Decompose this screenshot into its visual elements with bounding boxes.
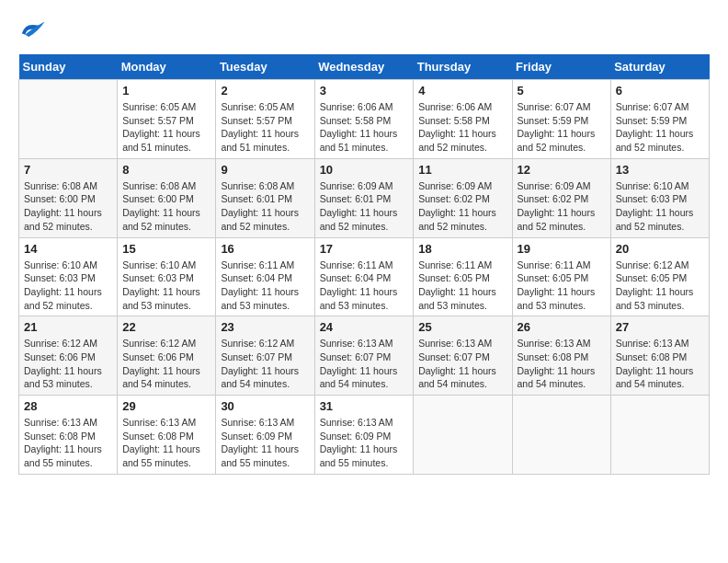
calendar-day-cell: 12Sunrise: 6:09 AMSunset: 6:02 PMDayligh… <box>512 158 610 237</box>
day-number: 9 <box>221 163 309 177</box>
day-info: Sunrise: 6:06 AMSunset: 5:58 PMDaylight:… <box>320 100 409 155</box>
day-number: 17 <box>320 242 409 256</box>
calendar-day-cell <box>414 396 512 475</box>
day-info: Sunrise: 6:13 AMSunset: 6:09 PMDaylight:… <box>320 416 409 470</box>
calendar-day-cell: 17Sunrise: 6:11 AMSunset: 6:04 PMDayligh… <box>314 237 414 316</box>
calendar-day-cell <box>19 80 118 159</box>
calendar-day-cell: 20Sunrise: 6:12 AMSunset: 6:05 PMDayligh… <box>610 237 709 316</box>
day-number: 11 <box>418 163 506 177</box>
calendar-day-cell: 18Sunrise: 6:11 AMSunset: 6:05 PMDayligh… <box>414 237 512 316</box>
day-info: Sunrise: 6:05 AMSunset: 5:57 PMDaylight:… <box>221 100 309 155</box>
calendar-day-cell: 24Sunrise: 6:13 AMSunset: 6:07 PMDayligh… <box>314 316 414 396</box>
day-info: Sunrise: 6:05 AMSunset: 5:57 PMDaylight:… <box>122 100 210 155</box>
calendar-header: SundayMondayTuesdayWednesdayThursdayFrid… <box>19 54 710 80</box>
day-number: 28 <box>24 399 112 413</box>
calendar-day-cell: 16Sunrise: 6:11 AMSunset: 6:04 PMDayligh… <box>216 237 314 316</box>
day-number: 1 <box>122 84 210 98</box>
day-number: 23 <box>221 320 309 334</box>
day-info: Sunrise: 6:12 AMSunset: 6:06 PMDaylight:… <box>24 337 112 391</box>
calendar-day-cell: 27Sunrise: 6:13 AMSunset: 6:08 PMDayligh… <box>610 316 709 396</box>
day-info: Sunrise: 6:07 AMSunset: 5:59 PMDaylight:… <box>518 100 606 155</box>
day-info: Sunrise: 6:11 AMSunset: 6:05 PMDaylight:… <box>518 259 606 313</box>
day-info: Sunrise: 6:09 AMSunset: 6:02 PMDaylight:… <box>418 179 506 234</box>
weekday-header: Friday <box>512 54 610 80</box>
calendar-day-cell: 14Sunrise: 6:10 AMSunset: 6:03 PMDayligh… <box>19 237 118 316</box>
day-number: 5 <box>518 84 606 98</box>
weekday-header: Thursday <box>414 54 512 80</box>
page-header <box>18 18 710 45</box>
calendar-day-cell: 21Sunrise: 6:12 AMSunset: 6:06 PMDayligh… <box>19 316 118 396</box>
day-info: Sunrise: 6:12 AMSunset: 6:05 PMDaylight:… <box>616 259 704 313</box>
day-number: 4 <box>418 84 506 98</box>
calendar-day-cell: 19Sunrise: 6:11 AMSunset: 6:05 PMDayligh… <box>512 237 610 316</box>
day-info: Sunrise: 6:08 AMSunset: 6:00 PMDaylight:… <box>122 179 210 234</box>
calendar-day-cell: 22Sunrise: 6:12 AMSunset: 6:06 PMDayligh… <box>118 316 216 396</box>
calendar-day-cell: 7Sunrise: 6:08 AMSunset: 6:00 PMDaylight… <box>19 158 118 237</box>
calendar-week-row: 1Sunrise: 6:05 AMSunset: 5:57 PMDaylight… <box>19 80 710 159</box>
day-info: Sunrise: 6:11 AMSunset: 6:05 PMDaylight:… <box>418 259 506 313</box>
calendar-day-cell: 23Sunrise: 6:12 AMSunset: 6:07 PMDayligh… <box>216 316 314 396</box>
day-info: Sunrise: 6:13 AMSunset: 6:08 PMDaylight:… <box>518 337 606 391</box>
calendar-table: SundayMondayTuesdayWednesdayThursdayFrid… <box>18 54 710 475</box>
day-number: 7 <box>24 163 112 177</box>
day-info: Sunrise: 6:10 AMSunset: 6:03 PMDaylight:… <box>24 259 112 313</box>
calendar-day-cell: 6Sunrise: 6:07 AMSunset: 5:59 PMDaylight… <box>610 80 709 159</box>
day-info: Sunrise: 6:12 AMSunset: 6:07 PMDaylight:… <box>221 337 309 391</box>
calendar-day-cell: 5Sunrise: 6:07 AMSunset: 5:59 PMDaylight… <box>512 80 610 159</box>
day-info: Sunrise: 6:13 AMSunset: 6:08 PMDaylight:… <box>24 416 112 470</box>
calendar-day-cell <box>512 396 610 475</box>
calendar-week-row: 21Sunrise: 6:12 AMSunset: 6:06 PMDayligh… <box>19 316 710 396</box>
day-info: Sunrise: 6:08 AMSunset: 6:01 PMDaylight:… <box>221 179 309 234</box>
weekday-header: Tuesday <box>216 54 314 80</box>
weekday-header: Saturday <box>610 54 709 80</box>
day-info: Sunrise: 6:12 AMSunset: 6:06 PMDaylight:… <box>122 337 210 391</box>
day-info: Sunrise: 6:06 AMSunset: 5:58 PMDaylight:… <box>418 100 506 155</box>
day-info: Sunrise: 6:08 AMSunset: 6:00 PMDaylight:… <box>24 179 112 234</box>
day-info: Sunrise: 6:10 AMSunset: 6:03 PMDaylight:… <box>122 259 210 313</box>
day-info: Sunrise: 6:13 AMSunset: 6:08 PMDaylight:… <box>122 416 210 470</box>
calendar-day-cell: 13Sunrise: 6:10 AMSunset: 6:03 PMDayligh… <box>610 158 709 237</box>
calendar-day-cell: 2Sunrise: 6:05 AMSunset: 5:57 PMDaylight… <box>216 80 314 159</box>
calendar-week-row: 14Sunrise: 6:10 AMSunset: 6:03 PMDayligh… <box>19 237 710 316</box>
day-number: 29 <box>122 399 210 413</box>
day-number: 16 <box>221 242 309 256</box>
day-number: 31 <box>320 399 409 413</box>
day-number: 12 <box>518 163 606 177</box>
day-number: 6 <box>616 84 704 98</box>
calendar-day-cell: 10Sunrise: 6:09 AMSunset: 6:01 PMDayligh… <box>314 158 414 237</box>
day-number: 21 <box>24 320 112 334</box>
day-number: 22 <box>122 320 210 334</box>
day-number: 15 <box>122 242 210 256</box>
day-number: 3 <box>320 84 409 98</box>
day-info: Sunrise: 6:13 AMSunset: 6:09 PMDaylight:… <box>221 416 309 470</box>
calendar-week-row: 28Sunrise: 6:13 AMSunset: 6:08 PMDayligh… <box>19 396 710 475</box>
calendar-day-cell: 15Sunrise: 6:10 AMSunset: 6:03 PMDayligh… <box>118 237 216 316</box>
day-info: Sunrise: 6:07 AMSunset: 5:59 PMDaylight:… <box>616 100 704 155</box>
weekday-header: Wednesday <box>314 54 414 80</box>
calendar-day-cell: 29Sunrise: 6:13 AMSunset: 6:08 PMDayligh… <box>118 396 216 475</box>
day-number: 14 <box>24 242 112 256</box>
calendar-day-cell: 3Sunrise: 6:06 AMSunset: 5:58 PMDaylight… <box>314 80 414 159</box>
logo <box>18 18 50 45</box>
day-number: 24 <box>320 320 409 334</box>
calendar-day-cell: 4Sunrise: 6:06 AMSunset: 5:58 PMDaylight… <box>414 80 512 159</box>
calendar-day-cell: 26Sunrise: 6:13 AMSunset: 6:08 PMDayligh… <box>512 316 610 396</box>
calendar-day-cell <box>610 396 709 475</box>
day-info: Sunrise: 6:10 AMSunset: 6:03 PMDaylight:… <box>616 179 704 234</box>
bird-logo-icon <box>18 18 46 41</box>
day-number: 20 <box>616 242 704 256</box>
calendar-day-cell: 11Sunrise: 6:09 AMSunset: 6:02 PMDayligh… <box>414 158 512 237</box>
day-info: Sunrise: 6:09 AMSunset: 6:02 PMDaylight:… <box>518 179 606 234</box>
day-info: Sunrise: 6:13 AMSunset: 6:07 PMDaylight:… <box>418 337 506 391</box>
day-number: 26 <box>518 320 606 334</box>
day-info: Sunrise: 6:11 AMSunset: 6:04 PMDaylight:… <box>221 259 309 313</box>
weekday-header: Monday <box>118 54 216 80</box>
day-number: 8 <box>122 163 210 177</box>
day-info: Sunrise: 6:11 AMSunset: 6:04 PMDaylight:… <box>320 259 409 313</box>
weekday-header: Sunday <box>19 54 118 80</box>
calendar-day-cell: 9Sunrise: 6:08 AMSunset: 6:01 PMDaylight… <box>216 158 314 237</box>
calendar-day-cell: 28Sunrise: 6:13 AMSunset: 6:08 PMDayligh… <box>19 396 118 475</box>
calendar-day-cell: 1Sunrise: 6:05 AMSunset: 5:57 PMDaylight… <box>118 80 216 159</box>
day-info: Sunrise: 6:13 AMSunset: 6:08 PMDaylight:… <box>616 337 704 391</box>
day-info: Sunrise: 6:13 AMSunset: 6:07 PMDaylight:… <box>320 337 409 391</box>
